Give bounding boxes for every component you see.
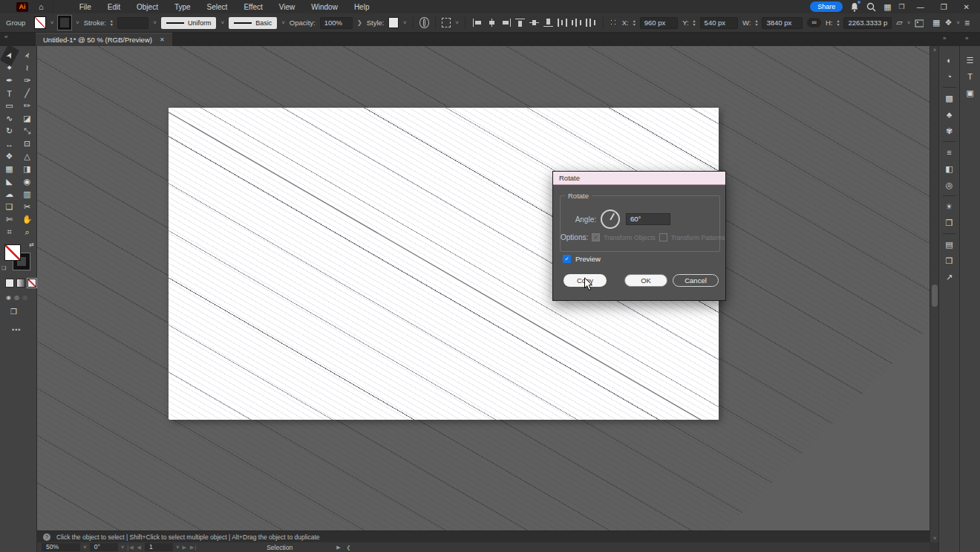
draw-normal-icon[interactable]: ◉ xyxy=(6,294,11,301)
dialog-title-bar[interactable]: Rotate xyxy=(553,172,725,185)
default-fill-stroke-icon[interactable]: ❏ xyxy=(1,265,6,271)
eraser-tool[interactable]: ◪ xyxy=(19,112,36,125)
stroke-weight-input[interactable] xyxy=(117,17,148,29)
align-bottom-icon[interactable] xyxy=(542,17,555,28)
ok-button[interactable]: OK xyxy=(624,274,667,287)
rotate-tool[interactable]: ↻ xyxy=(1,125,19,137)
eyedropper-tool[interactable]: ◣ xyxy=(1,175,19,188)
w-stepper[interactable]: ▴▾ xyxy=(755,19,757,27)
h-stepper[interactable]: ▴▾ xyxy=(837,19,839,27)
screen-mode-icon[interactable]: ❐ xyxy=(10,308,36,316)
column-graph-tool[interactable]: ▥ xyxy=(19,188,36,201)
stroke-swatch[interactable] xyxy=(58,16,71,30)
shape-builder-tool[interactable]: ❖ xyxy=(1,150,19,163)
shaper-tool[interactable]: ∿ xyxy=(1,112,19,125)
artboard-number-select[interactable]: 1 xyxy=(145,543,173,551)
align-top-icon[interactable] xyxy=(514,17,526,28)
layers-panel[interactable]: ▤ xyxy=(939,236,959,253)
chevron-down-icon[interactable]: ˅ xyxy=(153,19,157,26)
print-tiling-tool[interactable]: ⌗ xyxy=(1,226,19,238)
stroke-panel[interactable]: ≡ xyxy=(939,144,959,160)
gradient-mode-button[interactable] xyxy=(16,279,25,288)
menu-item[interactable]: View xyxy=(272,1,302,13)
cancel-button[interactable]: Cancel xyxy=(673,274,719,287)
canvas[interactable] xyxy=(37,46,930,530)
transform-objects-checkbox[interactable]: ✓ xyxy=(592,233,600,241)
globe-icon[interactable] xyxy=(419,17,430,28)
menu-item[interactable]: Object xyxy=(130,1,165,13)
preview-checkbox[interactable]: ✓ xyxy=(563,255,571,263)
tab-overflow-icon[interactable]: « xyxy=(4,33,7,40)
shear-icon[interactable]: ▱ xyxy=(896,18,902,27)
libraries-panel[interactable]: ▣ xyxy=(960,85,980,101)
character-panel[interactable]: T xyxy=(960,68,980,85)
vertical-scrollbar[interactable]: ˄ ˅ xyxy=(930,46,938,542)
menu-item[interactable]: Edit xyxy=(101,1,127,13)
fill-color-indicator[interactable] xyxy=(4,244,21,261)
blend-tool[interactable]: ◉ xyxy=(19,175,36,188)
gradient-panel[interactable]: ◧ xyxy=(939,160,959,177)
color-panel[interactable]: ◐ xyxy=(939,52,959,68)
arrange-documents-icon[interactable]: ▦ xyxy=(883,2,891,12)
zoom-tool[interactable]: ⌕ xyxy=(19,226,36,238)
pen-tool[interactable]: ✒ xyxy=(1,74,19,87)
color-guide-panel[interactable]: ◔ xyxy=(939,68,959,85)
chevron-down-icon[interactable]: ˅ xyxy=(281,19,285,26)
width-profile-dropdown[interactable]: Uniform xyxy=(161,17,217,29)
y-input[interactable]: 540 px xyxy=(700,17,738,29)
link-dimensions-icon[interactable]: ∞ xyxy=(807,18,820,27)
chevron-down-icon[interactable]: ˅ xyxy=(50,19,54,26)
y-stepper[interactable]: ▴▾ xyxy=(693,19,696,27)
last-artboard-icon[interactable]: ▶| xyxy=(190,545,197,551)
free-transform-tool[interactable]: ⊡ xyxy=(19,137,36,150)
style-swatch[interactable] xyxy=(388,17,399,28)
curvature-tool[interactable]: ✑ xyxy=(19,74,36,87)
slice-tool[interactable]: ✂ xyxy=(19,201,36,213)
home-icon[interactable]: ⌂ xyxy=(39,2,44,11)
distribute-top-icon[interactable] xyxy=(556,17,569,28)
isolate-icon[interactable] xyxy=(915,19,924,27)
tab-close-icon[interactable]: ✕ xyxy=(160,36,165,43)
swatches-panel[interactable]: ▩ xyxy=(939,90,959,106)
zoom-level-select[interactable]: 50% xyxy=(42,543,80,551)
line-segment-tool[interactable]: ╱ xyxy=(19,87,36,100)
w-input[interactable]: 3840 px xyxy=(762,17,803,29)
scale-tool[interactable]: ⤡ xyxy=(19,125,36,137)
chevron-right-icon[interactable]: ❯ xyxy=(357,19,362,26)
graphic-styles-panel[interactable]: ❒ xyxy=(939,215,959,231)
h-input[interactable]: 2263.3333 p xyxy=(843,17,892,29)
edit-toolbar-icon[interactable]: ••• xyxy=(12,326,36,334)
chevron-down-icon[interactable]: ˅ xyxy=(220,19,224,26)
chevron-down-icon[interactable]: ˅ xyxy=(121,544,125,551)
opacity-input[interactable]: 100% xyxy=(320,17,353,29)
menu-item[interactable]: Type xyxy=(168,1,197,13)
menu-item[interactable]: Select xyxy=(200,1,235,13)
minimize-button[interactable]: — xyxy=(912,3,929,11)
export-panel[interactable]: ↗ xyxy=(939,269,959,285)
first-artboard-icon[interactable]: |◀ xyxy=(127,545,134,551)
arrange-documents-icon[interactable]: ▦ xyxy=(932,18,940,27)
menu-item[interactable]: Window xyxy=(304,1,344,13)
perspective-grid-tool[interactable]: △ xyxy=(19,150,36,163)
distribute-bottom-icon[interactable] xyxy=(584,17,597,28)
notifications-icon[interactable] xyxy=(850,2,859,12)
gradient-tool[interactable]: ◨ xyxy=(19,163,36,175)
symbol-sprayer-tool[interactable]: ☁ xyxy=(1,188,19,201)
document-tab[interactable]: Untitled-1* @ 50 % (RGB/Preview) ✕ xyxy=(36,33,172,46)
align-left-icon[interactable] xyxy=(471,17,484,28)
restore-button[interactable]: ❐ xyxy=(936,3,952,11)
chevron-down-icon[interactable]: ˅ xyxy=(907,19,911,26)
hand-tool[interactable]: ✋ xyxy=(19,213,36,226)
close-button[interactable]: ✕ xyxy=(959,3,974,11)
chevron-down-icon[interactable]: ˅ xyxy=(176,544,180,551)
dock-collapse-icon[interactable]: » xyxy=(965,35,968,42)
x-stepper[interactable]: ▴▾ xyxy=(633,19,636,27)
search-icon[interactable] xyxy=(866,2,876,12)
share-button[interactable]: Share xyxy=(810,1,843,12)
none-mode-button[interactable] xyxy=(27,279,36,288)
menu-item[interactable]: File xyxy=(73,1,98,13)
transform-patterns-checkbox[interactable] xyxy=(659,233,667,241)
previous-artboard-icon[interactable]: ◀ xyxy=(137,545,142,551)
align-right-icon[interactable] xyxy=(500,17,512,28)
status-back-icon[interactable]: ❮ xyxy=(347,545,351,551)
